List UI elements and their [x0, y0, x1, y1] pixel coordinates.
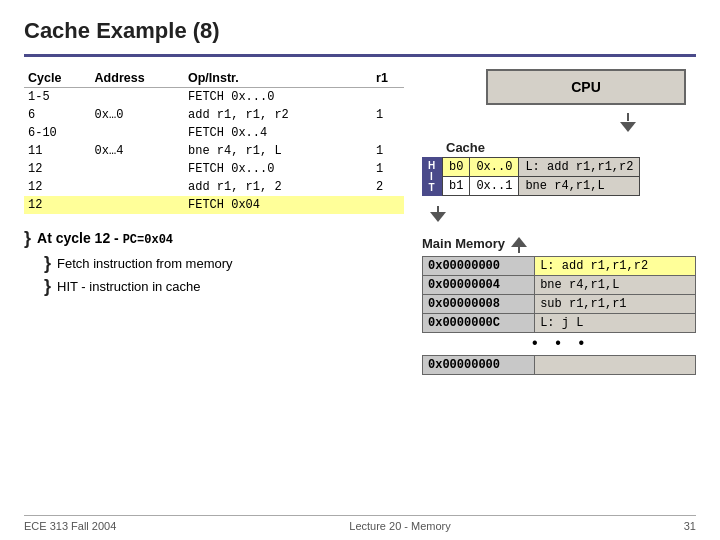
col-r1: r1	[372, 69, 404, 88]
title-divider	[24, 54, 696, 57]
footer-center: Lecture 20 - Memory	[349, 520, 450, 532]
bullets: } At cycle 12 - PC=0x04 } Fetch instruct…	[24, 228, 404, 297]
cell-r1	[372, 88, 404, 107]
footer-left: ECE 313 Fall 2004	[24, 520, 116, 532]
page-title: Cache Example (8)	[24, 18, 696, 44]
mem-row: 0x00000008 sub r1,r1,r1	[423, 295, 696, 314]
memory-label: Main Memory	[422, 236, 505, 251]
cell-cycle: 6-10	[24, 124, 91, 142]
cache-inner-table: b0 0x..0 L: add r1,r1,r2 b1 0x..1 bne r4…	[442, 157, 640, 196]
mem-instr-1: bne r4,r1,L	[535, 276, 696, 295]
mem-instr-last	[535, 356, 696, 375]
hit-t: T	[428, 182, 435, 193]
cache-addr-b1: 0x..1	[470, 177, 519, 196]
cell-r1	[372, 124, 404, 142]
left-panel: Cycle Address Op/Instr. r1 1-5 FETCH 0x.…	[24, 69, 404, 299]
mem-row-dots: • • •	[423, 333, 696, 356]
hit-indicator: H I T	[422, 157, 442, 196]
mem-row: 0x0000000C L: j L	[423, 314, 696, 333]
mem-instr-3: L: j L	[535, 314, 696, 333]
cell-r1: 1	[372, 142, 404, 160]
cell-r1: 1	[372, 106, 404, 124]
cache-row-b0: b0 0x..0 L: add r1,r1,r2	[443, 158, 640, 177]
cpu-cache-arrows	[620, 113, 636, 132]
table-row: 1-5 FETCH 0x...0	[24, 88, 404, 107]
arrow-up-icon	[511, 237, 527, 247]
memory-table: 0x00000000 L: add r1,r1,r2 0x00000004 bn…	[422, 256, 696, 375]
table-row: 11 0x…4 bne r4, r1, L 1	[24, 142, 404, 160]
right-panel: CPU Cache H I T	[422, 69, 696, 375]
memory-arrow	[511, 237, 527, 253]
mem-addr-3: 0x0000000C	[423, 314, 535, 333]
col-op: Op/Instr.	[184, 69, 359, 88]
mem-instr-2: sub r1,r1,r1	[535, 295, 696, 314]
cell-op: add r1, r1, r2	[184, 106, 359, 124]
cell-cycle: 11	[24, 142, 91, 160]
hit-h: H	[428, 160, 436, 171]
cell-cycle: 12	[24, 160, 91, 178]
table-row: 6 0x…0 add r1, r1, r2 1	[24, 106, 404, 124]
slide: Cache Example (8) Cycle Address Op/Instr…	[0, 0, 720, 540]
pc-value: PC=0x04	[123, 233, 173, 247]
cell-op: FETCH 0x...0	[184, 88, 359, 107]
cell-addr	[91, 124, 184, 142]
cell-op: FETCH 0x04	[184, 196, 359, 214]
cell-op: bne r4, r1, L	[184, 142, 359, 160]
bullet-sub1-text: Fetch instruction from memory	[57, 256, 233, 271]
mem-instr-0: L: add r1,r1,r2	[535, 257, 696, 276]
mem-addr-2: 0x00000008	[423, 295, 535, 314]
cache-tag-b1: b1	[443, 177, 470, 196]
cell-cycle: 6	[24, 106, 91, 124]
arrow-down-icon	[620, 122, 636, 132]
footer: ECE 313 Fall 2004 Lecture 20 - Memory 31	[24, 515, 696, 532]
cell-addr: 0x…4	[91, 142, 184, 160]
hit-i: I	[430, 171, 434, 182]
col-address: Address	[91, 69, 184, 88]
cpu-box: CPU	[486, 69, 686, 105]
cache-label: Cache	[446, 140, 696, 155]
bullet-main: } At cycle 12 - PC=0x04	[24, 228, 404, 249]
main-memory-section: Main Memory 0x00000000 L: add r1,r1,r2 0…	[422, 236, 696, 375]
cache-table-wrap: H I T b0 0x..0 L: add r1,r1,r2 b1 0x..1	[422, 157, 696, 196]
table-row: 12 FETCH 0x...0 1	[24, 160, 404, 178]
brace-icon: }	[44, 253, 51, 274]
cpu-label: CPU	[571, 79, 601, 95]
col-spacer	[359, 69, 372, 88]
content-area: Cycle Address Op/Instr. r1 1-5 FETCH 0x.…	[24, 69, 696, 375]
cache-row-b1: b1 0x..1 bne r4,r1,L	[443, 177, 640, 196]
cache-section: Cache H I T b0 0x..0 L: add r1,r1,r2	[422, 140, 696, 196]
cell-addr	[91, 160, 184, 178]
bullet-sub1: } Fetch instruction from memory	[44, 253, 404, 274]
cache-mem-arrow	[430, 206, 446, 222]
cache-tag-b0: b0	[443, 158, 470, 177]
cell-addr	[91, 178, 184, 196]
bullet-main-text: At cycle 12 - PC=0x04	[37, 230, 173, 247]
cell-r1: 1	[372, 160, 404, 178]
cell-op: add r1, r1, 2	[184, 178, 359, 196]
arrow-down-icon	[430, 212, 446, 222]
table-row: 6-10 FETCH 0x..4	[24, 124, 404, 142]
cell-cycle: 1-5	[24, 88, 91, 107]
bullet-sub2-text: HIT - instruction in cache	[57, 279, 201, 294]
cycle-table: Cycle Address Op/Instr. r1 1-5 FETCH 0x.…	[24, 69, 404, 214]
footer-right: 31	[684, 520, 696, 532]
mem-row: 0x00000000 L: add r1,r1,r2	[423, 257, 696, 276]
mem-row: 0x00000004 bne r4,r1,L	[423, 276, 696, 295]
mem-addr-1: 0x00000004	[423, 276, 535, 295]
mem-addr-last: 0x00000000	[423, 356, 535, 375]
cache-instr-b0: L: add r1,r1,r2	[519, 158, 640, 177]
col-cycle: Cycle	[24, 69, 91, 88]
cell-op: FETCH 0x...0	[184, 160, 359, 178]
cell-cycle: 12	[24, 178, 91, 196]
cell-r1: 2	[372, 178, 404, 196]
cell-addr	[91, 88, 184, 107]
cell-addr	[91, 196, 184, 214]
cell-r1	[372, 196, 404, 214]
table-row-highlight: 12 FETCH 0x04	[24, 196, 404, 214]
table-row: 12 add r1, r1, 2 2	[24, 178, 404, 196]
bullet-sub2: } HIT - instruction in cache	[44, 276, 404, 297]
mem-row-last: 0x00000000	[423, 356, 696, 375]
brace-icon: }	[24, 228, 31, 249]
brace-icon: }	[44, 276, 51, 297]
cell-cycle: 12	[24, 196, 91, 214]
